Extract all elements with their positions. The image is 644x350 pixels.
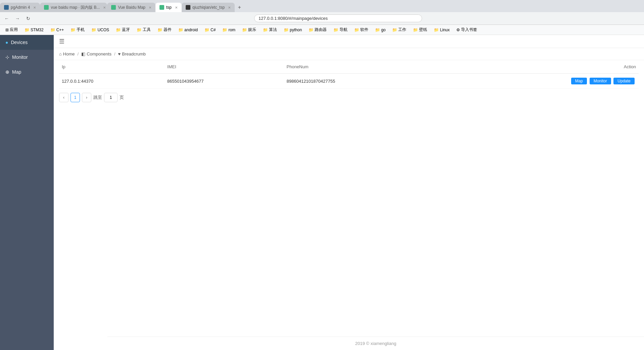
folder-icon-entertainment: 📁	[242, 28, 247, 32]
jump-label: 跳至	[93, 94, 102, 101]
folder-icon-components: 📁	[157, 28, 163, 32]
main-content: ☰ ⌂ Home / ◧ Components / ♥ Breadcrumb	[54, 35, 644, 350]
apps-icon: ⊞	[5, 28, 9, 32]
address-input[interactable]	[254, 14, 422, 22]
tab-close-vue-baidu[interactable]: ✕	[103, 6, 106, 9]
folder-icon-ucos: 📁	[91, 28, 96, 32]
bookmark-work[interactable]: 📁 工作	[389, 26, 409, 33]
bookmark-csharp[interactable]: 📁 C#	[202, 27, 218, 33]
device-table: Ip IMEI PhoneNum Action 127.0.0.1:44370 …	[59, 60, 639, 89]
bookmark-apps[interactable]: ⊞ 应用	[3, 26, 20, 33]
bookmark-wallpaper[interactable]: 📁 壁纸	[410, 26, 430, 33]
map-button[interactable]: Map	[571, 78, 587, 84]
breadcrumb-breadcrumb[interactable]: ♥ Breadcrumb	[118, 51, 146, 56]
monitor-icon: ⊹	[5, 54, 9, 60]
tab-label-pgadmin: pgAdmin 4	[11, 5, 30, 10]
tab-favicon-github	[186, 5, 190, 10]
tab-vue-baidu[interactable]: vue baidu map · 国内版 B... ✕	[40, 3, 107, 12]
sidebar: ● Devices ⊹ Monitor ⊕ Map	[0, 35, 54, 350]
bookmark-import-label: 导入书签	[461, 27, 477, 33]
bookmark-work-label: 工作	[398, 27, 406, 33]
bookmark-import[interactable]: ⚙ 导入书签	[454, 26, 480, 33]
bookmark-phone[interactable]: 📁 手机	[68, 26, 87, 33]
bookmark-linux-label: Linux	[440, 28, 450, 32]
bookmark-wallpaper-label: 壁纸	[419, 27, 427, 33]
tab-close-vue-baidu-map[interactable]: ✕	[149, 6, 151, 9]
tab-pgadmin[interactable]: pgAdmin 4 ✕	[0, 3, 40, 12]
folder-icon-rom: 📁	[222, 28, 227, 32]
folder-icon-stm32: 📁	[25, 28, 30, 32]
top-bar: ☰	[54, 35, 644, 48]
bookmark-algorithm[interactable]: 📁 算法	[260, 26, 280, 33]
bookmark-linux[interactable]: 📁 Linux	[431, 27, 452, 33]
folder-icon-router: 📁	[309, 28, 314, 32]
pagination: ‹ 1 › 跳至 页	[54, 89, 644, 106]
bookmark-navigation[interactable]: 📁 导航	[331, 26, 350, 33]
tab-close-github[interactable]: ✕	[228, 6, 231, 9]
bookmark-android[interactable]: 📁 android	[176, 27, 200, 33]
cell-phonenum: 89860412101870427755	[284, 74, 438, 89]
breadcrumb-home[interactable]: ⌂ Home	[59, 51, 75, 56]
folder-icon-android: 📁	[178, 28, 183, 32]
reload-button[interactable]: ↻	[24, 14, 32, 23]
tab-favicon-tsp	[159, 5, 164, 10]
sidebar-item-devices[interactable]: ● Devices	[0, 35, 54, 50]
folder-icon-software: 📁	[354, 28, 359, 32]
tab-favicon-vue-baidu-map	[111, 5, 116, 10]
table-header-row: Ip IMEI PhoneNum Action	[59, 60, 639, 74]
app-container: ● Devices ⊹ Monitor ⊕ Map ☰ ⌂ Home / ◧ C…	[0, 35, 644, 350]
bookmark-router[interactable]: 📁 路由器	[306, 26, 329, 33]
bookmark-cpp[interactable]: 📁 C++	[48, 27, 67, 33]
hamburger-button[interactable]: ☰	[59, 38, 64, 45]
tab-tsp[interactable]: tsp ✕	[155, 3, 182, 12]
bookmark-entertainment[interactable]: 📁 娱乐	[239, 26, 259, 33]
bookmark-go[interactable]: 📁 go	[372, 27, 388, 33]
bookmark-bluetooth[interactable]: 📁 蓝牙	[113, 26, 133, 33]
bookmark-ucos[interactable]: 📁 UCOS	[89, 27, 112, 33]
tab-label-tsp: tsp	[166, 5, 172, 10]
tab-label-github: qiuzhiqian/etc_tsp	[192, 5, 225, 10]
tab-vue-baidu-map[interactable]: Vue Baidu Map ✕	[107, 3, 155, 12]
tab-close-pgadmin[interactable]: ✕	[33, 6, 36, 9]
sidebar-item-monitor[interactable]: ⊹ Monitor	[0, 50, 54, 65]
page-footer: 2019 © xiamengliang	[107, 337, 644, 350]
next-page-button[interactable]: ›	[82, 93, 91, 102]
bookmark-stm32[interactable]: 📁 STM32	[22, 27, 46, 33]
tab-close-tsp[interactable]: ✕	[175, 6, 178, 9]
tab-github[interactable]: qiuzhiqian/etc_tsp ✕	[182, 3, 235, 12]
bookmark-rom-label: rom	[228, 28, 235, 32]
bookmark-go-label: go	[381, 28, 385, 32]
folder-icon-phone: 📁	[71, 28, 76, 32]
bookmark-rom[interactable]: 📁 rom	[220, 27, 238, 33]
bookmark-software-label: 软件	[360, 27, 368, 33]
sidebar-item-map[interactable]: ⊕ Map	[0, 65, 54, 79]
bookmark-tools[interactable]: 📁 工具	[134, 26, 153, 33]
breadcrumb-sep-2: /	[114, 51, 116, 56]
folder-icon-tools: 📁	[137, 28, 142, 32]
folder-icon-python: 📁	[284, 28, 289, 32]
bookmark-apps-label: 应用	[10, 27, 18, 33]
back-button[interactable]: ←	[3, 14, 11, 23]
folder-icon-go: 📁	[375, 28, 380, 32]
folder-icon-csharp: 📁	[204, 28, 210, 32]
bookmark-python[interactable]: 📁 python	[281, 27, 305, 33]
folder-icon-work: 📁	[392, 28, 397, 32]
breadcrumb-components-label: Components	[87, 51, 111, 56]
breadcrumb-components[interactable]: ◧ Components	[81, 51, 111, 56]
new-tab-button[interactable]: +	[235, 3, 244, 12]
forward-button[interactable]: →	[13, 14, 21, 23]
map-icon: ⊕	[5, 69, 9, 75]
bookmark-cpp-label: C++	[56, 28, 64, 32]
bookmark-components[interactable]: 📁 器件	[155, 26, 174, 33]
current-page-button[interactable]: 1	[71, 93, 80, 102]
breadcrumb-sep-1: /	[78, 51, 79, 56]
update-button[interactable]: Update	[613, 78, 635, 84]
bookmark-csharp-label: C#	[211, 28, 216, 32]
monitor-button[interactable]: Monitor	[590, 78, 611, 84]
prev-page-button[interactable]: ‹	[59, 93, 68, 102]
breadcrumb-breadcrumb-label: Breadcrumb	[122, 51, 146, 56]
bookmark-software[interactable]: 📁 软件	[352, 26, 371, 33]
jump-page-input[interactable]	[104, 93, 118, 102]
folder-icon-algorithm: 📁	[263, 28, 268, 32]
folder-icon-cpp: 📁	[50, 28, 55, 32]
